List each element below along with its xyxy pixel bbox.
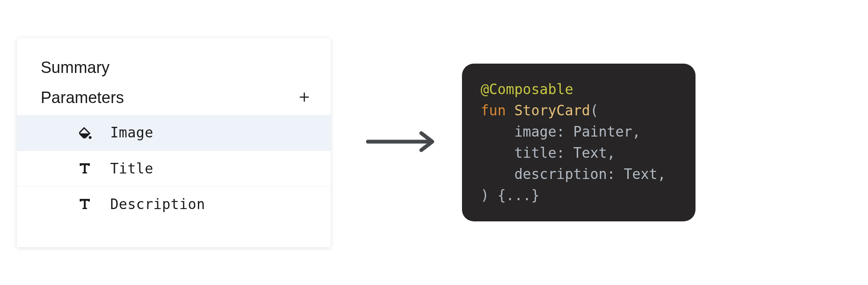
- parameter-label: Image: [110, 124, 153, 141]
- parameter-item-description[interactable]: Description: [17, 186, 331, 222]
- parameter-item-title[interactable]: Title: [17, 151, 331, 186]
- fill-image-icon: [76, 124, 93, 141]
- panel-title-summary: Summary: [17, 59, 331, 89]
- text-icon: [76, 196, 93, 212]
- code-param-line: image: Painter,: [481, 123, 641, 140]
- plus-icon: [298, 90, 311, 106]
- section-title-parameters: Parameters: [41, 89, 124, 107]
- text-icon: [76, 160, 93, 177]
- parameters-panel: Summary Parameters Image Tit: [17, 38, 331, 247]
- code-snippet: @Composable fun StoryCard( image: Painte…: [462, 64, 696, 222]
- parameter-label: Description: [110, 196, 205, 212]
- arrow-right-icon: [364, 130, 437, 155]
- parameters-section-header: Parameters: [17, 89, 331, 113]
- code-open-paren: (: [590, 102, 598, 119]
- code-param-line: title: Text,: [481, 145, 615, 161]
- code-param-line: description: Text,: [481, 166, 666, 182]
- parameter-label: Title: [110, 160, 153, 177]
- code-function-name: StoryCard: [514, 102, 590, 119]
- parameter-item-image[interactable]: Image: [17, 115, 331, 151]
- code-close: ) {...}: [481, 187, 540, 204]
- code-keyword-fun: fun: [481, 102, 506, 119]
- parameters-list: Image Title Description: [17, 115, 331, 222]
- code-annotation: @Composable: [481, 81, 573, 98]
- svg-point-2: [89, 136, 92, 139]
- add-parameter-button[interactable]: [295, 89, 314, 107]
